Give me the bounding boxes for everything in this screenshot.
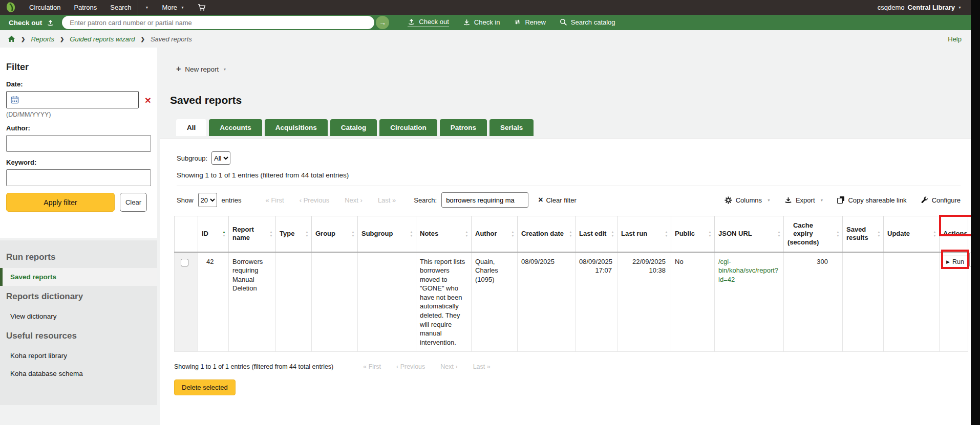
home-icon[interactable]: [8, 35, 15, 42]
header-notes[interactable]: Notes▲▼: [416, 216, 472, 252]
nav-patrons[interactable]: Patrons: [67, 0, 103, 15]
checkout-pill-button[interactable]: Check out: [0, 19, 62, 27]
header-json-url[interactable]: JSON URL▲▼: [715, 216, 784, 252]
pagination-last[interactable]: Last »: [473, 363, 491, 370]
renew-icon: [514, 18, 521, 26]
sidebar-item-view-dictionary[interactable]: View dictionary: [0, 307, 157, 325]
cell-report-name[interactable]: Borrowers requiring Manual Deletion: [229, 252, 276, 352]
tab-circulation[interactable]: Circulation: [379, 119, 437, 136]
header-author[interactable]: Author▲▼: [472, 216, 518, 252]
chevron-down-icon: ▼: [145, 6, 148, 9]
entries-summary-top: Showing 1 to 1 of 1 entries (filtered fr…: [177, 171, 971, 179]
cart-button[interactable]: [191, 0, 213, 15]
date-format-hint: (DD/MM/YYYY): [6, 111, 151, 118]
cell-notes: This report lists borrowers moved to "GO…: [416, 252, 472, 352]
pagination-previous[interactable]: ‹ Previous: [300, 196, 330, 204]
breadcrumb-reports[interactable]: Reports: [31, 35, 54, 43]
breadcrumb-separator: ❯: [140, 36, 144, 42]
nav-search-dropdown[interactable]: ▼: [138, 0, 155, 15]
author-input[interactable]: [6, 135, 151, 152]
search-icon: [560, 18, 567, 26]
heading-run-reports: Run reports: [0, 247, 157, 268]
wrench-icon: [921, 196, 928, 204]
sidebar-item-saved-reports[interactable]: Saved reports: [0, 268, 157, 286]
tab-all[interactable]: All: [176, 119, 206, 136]
nav-more[interactable]: More▼: [155, 0, 191, 15]
sort-icons: ▲▼: [569, 231, 572, 237]
sort-icons: ▲▼: [410, 231, 413, 237]
header-checkbox: [175, 216, 198, 252]
new-report-button[interactable]: + New report ▼: [176, 64, 226, 74]
header-cache-expiry[interactable]: Cache expiry (seconds)▲▼: [784, 216, 843, 252]
header-public[interactable]: Public▲▼: [671, 216, 715, 252]
library-selector[interactable]: csqdemo Central Library ▼: [878, 4, 962, 11]
table-search-input[interactable]: [441, 192, 528, 208]
tab-patrons[interactable]: Patrons: [440, 119, 487, 136]
nav-search[interactable]: Search: [103, 0, 138, 15]
sidebar-item-koha-report-library[interactable]: Koha report library: [0, 347, 157, 365]
header-subgroup[interactable]: Subgroup▲▼: [358, 216, 416, 252]
export-button[interactable]: Export ▼: [784, 196, 824, 204]
subgroup-select[interactable]: All: [211, 151, 230, 165]
table-header-row: ID▲▼ Report name▲▼ Type▲▼ Group▲▼ Subgro…: [175, 216, 968, 252]
delete-selected-button[interactable]: Delete selected: [174, 379, 236, 395]
pagination-first[interactable]: « First: [363, 363, 381, 370]
page-size-select[interactable]: 20: [198, 193, 217, 207]
link-check-in[interactable]: Check in: [463, 18, 500, 27]
keyword-input[interactable]: [6, 169, 151, 186]
chevron-down-icon: ▼: [958, 6, 962, 9]
header-type[interactable]: Type▲▼: [276, 216, 312, 252]
submit-search-button[interactable]: →: [376, 16, 389, 29]
breadcrumb: ❯ Reports ❯ Guided reports wizard ❯ Save…: [0, 30, 980, 48]
tab-acquisitions[interactable]: Acquisitions: [265, 119, 328, 136]
pagination-next[interactable]: Next ›: [345, 196, 363, 204]
scrollbar[interactable]: [971, 0, 980, 425]
tab-panel: Subgroup: All Showing 1 to 1 of 1 entrie…: [160, 138, 971, 425]
header-saved-results[interactable]: Saved results▲▼: [843, 216, 884, 252]
row-checkbox[interactable]: [181, 259, 188, 266]
pagination-first[interactable]: « First: [266, 196, 284, 204]
quick-search-bar: Check out → Check out Check in: [0, 15, 980, 30]
header-last-run[interactable]: Last run▲▼: [617, 216, 671, 252]
apply-filter-button[interactable]: Apply filter: [6, 193, 115, 212]
patron-search-input[interactable]: [62, 16, 374, 29]
sort-icons: ▲▼: [836, 231, 840, 237]
breadcrumb-guided-reports-wizard[interactable]: Guided reports wizard: [70, 35, 135, 43]
saved-reports-table: ID▲▼ Report name▲▼ Type▲▼ Group▲▼ Subgro…: [174, 216, 968, 352]
tab-accounts[interactable]: Accounts: [209, 119, 262, 136]
help-link[interactable]: Help: [948, 35, 962, 43]
breadcrumb-separator: ❯: [60, 36, 64, 42]
table-row: 42 Borrowers requiring Manual Deletion T…: [175, 252, 968, 352]
nav-circulation[interactable]: Circulation: [23, 0, 67, 15]
pagination-previous[interactable]: ‹ Previous: [396, 363, 425, 370]
pagination-next[interactable]: Next ›: [440, 363, 457, 370]
link-search-catalog[interactable]: Search catalog: [560, 18, 615, 27]
header-group[interactable]: Group▲▼: [312, 216, 358, 252]
header-id[interactable]: ID▲▼: [198, 216, 229, 252]
header-update[interactable]: Update▲▼: [884, 216, 940, 252]
entries-summary-bottom: Showing 1 to 1 of 1 entries (filtered fr…: [174, 363, 333, 370]
date-input[interactable]: [6, 91, 139, 108]
header-last-edit[interactable]: Last edit▲▼: [576, 216, 617, 252]
header-report-name[interactable]: Report name▲▼: [229, 216, 276, 252]
tab-catalog[interactable]: Catalog: [330, 119, 377, 136]
sort-icons: ▲▼: [777, 231, 781, 237]
copy-shareable-link-button[interactable]: Copy shareable link: [837, 196, 906, 204]
sort-icons: ▲▼: [933, 231, 936, 237]
link-check-out[interactable]: Check out: [408, 18, 449, 27]
configure-button[interactable]: Configure: [921, 196, 961, 204]
clear-date-icon[interactable]: ×: [145, 95, 151, 105]
columns-button[interactable]: Columns ▼: [725, 196, 771, 204]
header-creation-date[interactable]: Creation date▲▼: [518, 216, 576, 252]
tab-serials[interactable]: Serials: [489, 119, 534, 136]
gear-icon: [725, 196, 732, 204]
keyword-label: Keyword:: [6, 159, 151, 166]
cell-type: [276, 252, 312, 352]
link-renew[interactable]: Renew: [514, 18, 545, 27]
clear-filter-button[interactable]: × Clear filter: [538, 196, 577, 204]
subgroup-label: Subgroup:: [177, 154, 207, 162]
cell-json-url[interactable]: /cgi-bin/koha/svc/report?id=42: [715, 252, 784, 352]
clear-filter-sidebar-button[interactable]: Clear: [120, 193, 147, 212]
sidebar-item-koha-database-schema[interactable]: Koha database schema: [0, 365, 157, 383]
pagination-last[interactable]: Last »: [378, 196, 396, 204]
